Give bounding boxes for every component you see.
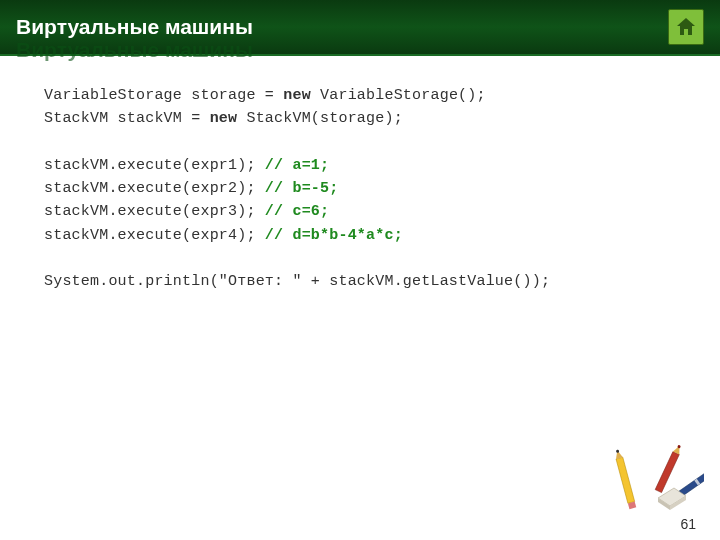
svg-rect-0 — [616, 457, 635, 503]
code-text: VariableStorage(); — [311, 87, 486, 104]
comment: // c=6; — [265, 203, 329, 220]
slide-header: Виртуальные машины — [0, 0, 720, 56]
slide-title: Виртуальные машины — [16, 15, 253, 39]
code-text: stackVM.execute(expr1); — [44, 157, 265, 174]
code-text: stackVM.execute(expr4); — [44, 227, 265, 244]
comment: // a=1; — [265, 157, 329, 174]
code-line: VariableStorage storage = new VariableSt… — [44, 84, 676, 107]
code-text: StackVM(storage); — [237, 110, 403, 127]
code-line — [44, 131, 676, 154]
code-text: VariableStorage storage = — [44, 87, 283, 104]
code-line: stackVM.execute(expr4); // d=b*b-4*a*c; — [44, 224, 676, 247]
code-line: stackVM.execute(expr3); // c=6; — [44, 200, 676, 223]
code-line: StackVM stackVM = new StackVM(storage); — [44, 107, 676, 130]
code-line: stackVM.execute(expr2); // b=-5; — [44, 177, 676, 200]
code-text: StackVM stackVM = — [44, 110, 210, 127]
pencils-illustration — [608, 440, 704, 512]
home-button[interactable] — [668, 9, 704, 45]
comment: // d=b*b-4*a*c; — [265, 227, 403, 244]
page-number: 61 — [680, 516, 696, 532]
keyword: new — [210, 110, 238, 127]
svg-rect-4 — [655, 452, 679, 493]
home-icon — [674, 15, 698, 39]
code-text: stackVM.execute(expr3); — [44, 203, 265, 220]
code-block: VariableStorage storage = new VariableSt… — [0, 56, 720, 321]
comment: // b=-5; — [265, 180, 339, 197]
code-line: stackVM.execute(expr1); // a=1; — [44, 154, 676, 177]
keyword: new — [283, 87, 311, 104]
code-line: System.out.println("Ответ: " + stackVM.g… — [44, 270, 676, 293]
code-line — [44, 247, 676, 270]
code-text: stackVM.execute(expr2); — [44, 180, 265, 197]
